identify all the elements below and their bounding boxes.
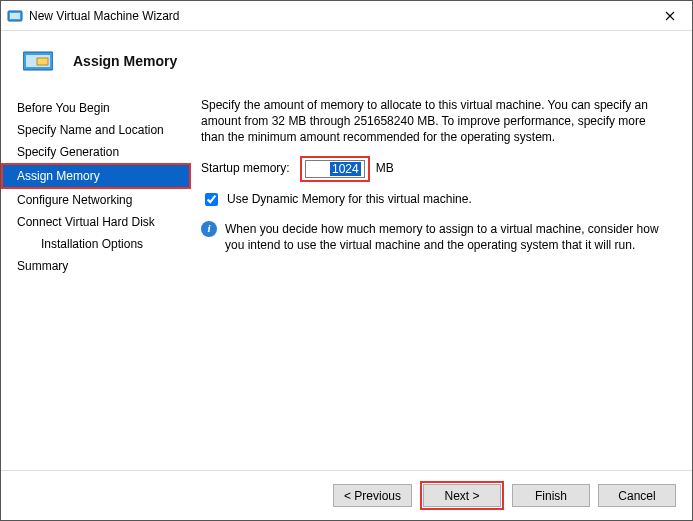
startup-memory-input[interactable]: 1024 — [305, 160, 365, 178]
next-button-highlight: Next > — [420, 481, 504, 510]
titlebar: New Virtual Machine Wizard — [1, 1, 692, 31]
svg-rect-1 — [10, 13, 20, 19]
previous-button[interactable]: < Previous — [333, 484, 412, 507]
wizard-header: Assign Memory — [1, 31, 692, 91]
startup-memory-value: 1024 — [330, 162, 361, 176]
wizard-footer: < Previous Next > Finish Cancel — [1, 470, 692, 520]
dynamic-memory-row: Use Dynamic Memory for this virtual mach… — [201, 190, 670, 209]
nav-installation-options[interactable]: Installation Options — [1, 233, 191, 255]
startup-memory-highlight: 1024 — [300, 156, 370, 182]
wizard-banner-icon — [23, 50, 53, 72]
next-button[interactable]: Next > — [423, 484, 501, 507]
nav-connect-vhd[interactable]: Connect Virtual Hard Disk — [1, 211, 191, 233]
svg-rect-4 — [37, 58, 48, 65]
nav-summary[interactable]: Summary — [1, 255, 191, 277]
close-button[interactable] — [648, 1, 692, 31]
app-icon — [7, 8, 23, 24]
nav-configure-networking[interactable]: Configure Networking — [1, 189, 191, 211]
startup-memory-unit: MB — [370, 160, 394, 176]
wizard-body: Before You Begin Specify Name and Locati… — [1, 91, 692, 470]
nav-before-you-begin[interactable]: Before You Begin — [1, 97, 191, 119]
window-title: New Virtual Machine Wizard — [29, 9, 648, 23]
nav-specify-generation[interactable]: Specify Generation — [1, 141, 191, 163]
intro-text: Specify the amount of memory to allocate… — [201, 97, 670, 146]
info-row: i When you decide how much memory to ass… — [201, 221, 670, 253]
cancel-button[interactable]: Cancel — [598, 484, 676, 507]
nav-assign-memory[interactable]: Assign Memory — [1, 163, 191, 189]
finish-button[interactable]: Finish — [512, 484, 590, 507]
page-heading: Assign Memory — [73, 53, 177, 69]
dynamic-memory-label: Use Dynamic Memory for this virtual mach… — [227, 191, 472, 207]
wizard-content: Specify the amount of memory to allocate… — [191, 91, 674, 470]
info-text: When you decide how much memory to assig… — [225, 221, 670, 253]
startup-memory-label: Startup memory: — [201, 160, 300, 176]
nav-specify-name-location[interactable]: Specify Name and Location — [1, 119, 191, 141]
wizard-nav: Before You Begin Specify Name and Locati… — [1, 91, 191, 470]
dynamic-memory-checkbox[interactable] — [205, 193, 218, 206]
info-icon: i — [201, 221, 217, 237]
nav-assign-memory-label: Assign Memory — [3, 165, 189, 187]
wizard-window: New Virtual Machine Wizard Assign Memory… — [0, 0, 693, 521]
startup-memory-row: Startup memory: 1024 MB — [201, 156, 670, 182]
